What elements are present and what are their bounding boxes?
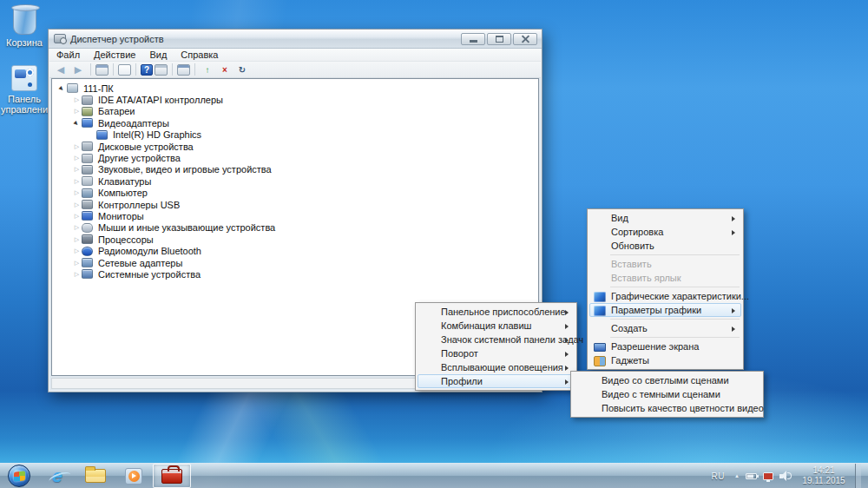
expander-icon[interactable]: ▷ (72, 96, 82, 103)
tree-item[interactable]: ▷IDE ATA/ATAPI контроллеры (52, 94, 538, 105)
expander-icon[interactable]: ▷ (72, 155, 82, 162)
volume-icon[interactable] (779, 471, 792, 481)
expander-icon[interactable]: ▷ (72, 143, 82, 150)
menu-item[interactable]: Гаджеты (589, 353, 741, 367)
tree-item[interactable]: ▷Контроллеры USB (52, 199, 538, 210)
tree-item-label: Радиомодули Bluetooth (97, 246, 201, 256)
tree-item[interactable]: ▷Радиомодули Bluetooth (52, 245, 538, 256)
tree-item[interactable]: ▷Клавиатуры (52, 175, 538, 187)
tree-item[interactable]: ▷Сетевые адаптеры (52, 257, 538, 268)
expander-icon[interactable]: ▷ (72, 236, 82, 243)
window-controls (461, 33, 537, 45)
properties-button[interactable] (155, 64, 168, 76)
hidden-icons-button[interactable]: ▲ (734, 473, 740, 478)
expander-icon[interactable]: ▷ (72, 108, 82, 115)
expander-icon[interactable]: ▷ (72, 213, 82, 220)
expander-icon[interactable]: ▶ (56, 82, 68, 94)
expander-icon[interactable]: ▷ (72, 189, 82, 196)
minimize-button[interactable] (461, 33, 485, 45)
menubar-item[interactable]: Справка (174, 49, 225, 61)
window-title: Диспетчер устройств (70, 34, 164, 44)
uninstall-device-button[interactable]: × (217, 63, 233, 76)
start-button[interactable] (0, 464, 38, 488)
menu-item[interactable]: Значок системной панели задач (418, 333, 575, 346)
expander-icon[interactable]: ▷ (72, 224, 82, 231)
tree-item[interactable]: ▷Дисковые устройства (52, 141, 538, 152)
expander-icon[interactable]: ▷ (72, 178, 82, 185)
network-icon (82, 258, 93, 267)
close-button[interactable] (513, 33, 537, 45)
desktop[interactable]: Корзина Панель управлени... Диспетчер ус… (0, 0, 868, 488)
tree-item-label: Системные устройства (97, 269, 201, 280)
menubar-item[interactable]: Файл (49, 49, 87, 61)
recycle-bin-icon (13, 6, 36, 35)
tree-item[interactable]: ▷Системные устройства (52, 268, 538, 280)
scan-hardware-button[interactable]: ↻ (234, 63, 250, 76)
menu-item[interactable]: Всплывающие оповещения (418, 360, 575, 374)
menu-item-label: Графические характеристики... (611, 290, 725, 303)
tree-item[interactable]: Intel(R) HD Graphics (52, 129, 538, 141)
battery-icon[interactable] (746, 473, 757, 479)
tree-item[interactable]: ▷Процессоры (52, 234, 538, 245)
tree-item[interactable]: ▷Компьютер (52, 188, 538, 199)
windows-flag-icon (14, 471, 25, 481)
menu-item[interactable]: Профили (418, 374, 575, 388)
clock[interactable]: 14:21 19.11.2015 (799, 465, 849, 486)
desktop-icon-recycle-bin[interactable]: Корзина (1, 6, 48, 48)
language-indicator[interactable]: RU (712, 472, 728, 481)
title-bar[interactable]: Диспетчер устройств (49, 30, 542, 49)
menu-item[interactable]: Комбинация клавиш (418, 319, 575, 333)
expander-icon[interactable]: ▷ (72, 260, 82, 267)
device-manager-task-button[interactable] (153, 464, 191, 488)
expander-icon[interactable]: ▷ (72, 166, 82, 173)
menu-item[interactable]: Поворот (418, 346, 575, 360)
back-button[interactable]: ◀ (53, 63, 69, 76)
menu-item[interactable]: Параметры графики (589, 303, 741, 317)
expander-icon[interactable]: ▷ (72, 201, 82, 208)
tree-item[interactable]: ▷Мониторы (52, 210, 538, 221)
tree-item[interactable]: ▷Батареи (52, 106, 538, 117)
menu-item[interactable]: Создать (589, 321, 741, 335)
menu-item[interactable]: Вид (589, 211, 741, 225)
tree-item-label: Контроллеры USB (97, 200, 180, 210)
menu-item[interactable]: Панельное приспособление (418, 305, 575, 319)
computer2-icon (82, 188, 93, 198)
tree-item[interactable]: ▶Видеоадаптеры (52, 117, 538, 129)
menu-item[interactable]: Сортировка (589, 225, 741, 239)
tree-item-label: Видеоадаптеры (97, 118, 169, 129)
expander-icon[interactable]: ▷ (72, 271, 82, 278)
desktop-icon-control-panel[interactable]: Панель управлени... (1, 65, 48, 115)
console-window-button[interactable] (95, 64, 108, 76)
computer-manage-button[interactable] (177, 64, 190, 76)
update-driver-button[interactable]: ↑ (200, 63, 215, 76)
export-list-button[interactable] (118, 64, 131, 76)
intel-icon (594, 292, 606, 302)
tree-item[interactable]: ▶111-ПК (52, 82, 538, 94)
menu-item[interactable]: Графические характеристики... (589, 289, 741, 303)
tree-item-label: Мониторы (97, 211, 144, 221)
windows-explorer-button[interactable] (76, 464, 115, 488)
menu-item[interactable]: Видео с темными сценами (573, 387, 761, 401)
display-tray-icon[interactable] (763, 472, 773, 480)
expander-icon[interactable]: ▶ (71, 117, 82, 129)
tree-item[interactable]: ▷Звуковые, видео и игровые устройства (52, 164, 538, 175)
menu-item[interactable]: Разрешение экрана (589, 340, 741, 353)
maximize-button[interactable] (487, 33, 511, 45)
menu-item[interactable]: Обновить (589, 239, 741, 253)
forward-button[interactable]: ▶ (70, 63, 86, 76)
help-button[interactable]: ? (141, 64, 153, 76)
submenu-arrow-icon (565, 324, 569, 329)
menu-item[interactable]: Видео со светлыми сценами (573, 373, 761, 387)
internet-explorer-button[interactable]: e (38, 464, 76, 488)
tree-item-label: Звуковые, видео и игровые устройства (97, 164, 272, 175)
media-player-button[interactable] (115, 464, 153, 488)
expander-icon[interactable]: ▷ (72, 247, 82, 254)
tree-item[interactable]: ▷Мыши и иные указывающие устройства (52, 222, 538, 234)
tree-item-label: Intel(R) HD Graphics (112, 129, 201, 140)
menubar-item[interactable]: Вид (142, 49, 174, 61)
menu-item[interactable]: Повысить качество цветности видео (573, 401, 761, 415)
ie-icon: e (52, 467, 62, 485)
tree-item[interactable]: ▷Другие устройства (52, 152, 538, 163)
show-desktop-button[interactable] (855, 464, 861, 488)
menubar-item[interactable]: Действие (87, 49, 142, 61)
